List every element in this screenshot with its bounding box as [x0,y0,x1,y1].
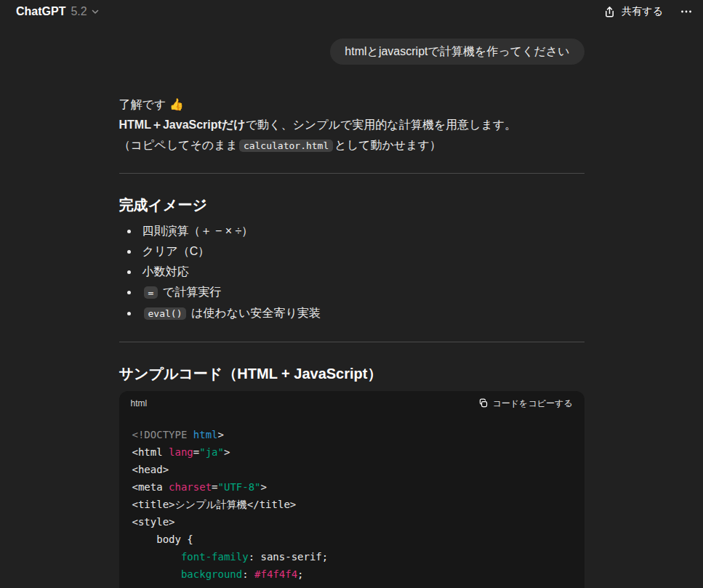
list-item-text: クリア（C） [142,245,210,257]
app-title: ChatGPT [16,5,65,18]
code-line: <style> [132,513,571,531]
code-line: <head> [132,461,571,478]
feature-list: 四則演算（＋ − × ÷）クリア（C）小数対応= で計算実行eval() は使わ… [119,221,585,324]
list-item: クリア（C） [142,241,585,262]
divider [119,173,585,174]
copy-icon [478,398,489,408]
list-item: = で計算実行 [142,282,585,303]
code-content: <!DOCTYPE html><html lang="ja"><head><me… [119,416,585,588]
model-switcher[interactable]: ChatGPT 5.2 [16,5,100,18]
list-item-text: は使わない安全寄り実装 [188,307,320,319]
assistant-greeting: 了解です 👍 [119,94,585,115]
user-message-row: htmlとjavascriptで計算機を作ってください [119,39,585,65]
share-button[interactable]: 共有する [603,5,663,18]
top-bar-actions: 共有する [603,5,692,18]
assistant-intro: HTML＋JavaScriptだけで動く、シンプルで実用的な計算機を用意します。 [119,115,585,135]
divider [119,342,585,342]
assistant-message: 了解です 👍 HTML＋JavaScriptだけで動く、シンプルで実用的な計算機… [119,94,585,588]
user-message-bubble: htmlとjavascriptで計算機を作ってください [330,39,584,65]
more-options-icon [680,6,692,17]
code-line: <html lang="ja"> [132,443,571,461]
code-language-label: html [131,398,148,408]
code-line: <title>シンプル計算機</title> [132,496,571,513]
more-options-button[interactable] [680,6,692,17]
intro-bold-text: HTML＋JavaScriptだけ [119,118,246,131]
share-button-label: 共有する [622,5,663,18]
intro-rest-text: で動く、シンプルで実用的な計算機を用意します。 [246,118,517,131]
list-item-text: で計算実行 [159,286,221,298]
code-line: <meta charset="UTF-8"> [132,478,571,496]
code-line: <!DOCTYPE html> [132,426,571,443]
paren-pre-text: （コピペしてそのまま [119,139,238,151]
list-item-text: 四則演算（＋ − × ÷） [142,225,254,237]
features-heading: 完成イメージ [119,195,585,215]
copy-code-button[interactable]: コードをコピーする [478,398,573,408]
list-item-text: 小数対応 [142,265,189,278]
inline-code: calculator.html [239,140,333,152]
assistant-paren-note: （コピペしてそのままcalculator.htmlとして動かせます） [119,135,585,156]
code-block: html コードをコピーする <!DOCTYPE html><html lang… [119,391,585,588]
paren-post-text: として動かせます） [334,139,441,151]
conversation-column: htmlとjavascriptで計算機を作ってください 了解です 👍 HTML＋… [119,39,585,588]
list-item: 四則演算（＋ − × ÷） [142,221,585,241]
code-block-header: html コードをコピーする [119,391,585,416]
code-line: font-family: sans-serif; [132,548,571,565]
top-bar: ChatGPT 5.2 共有する [0,0,703,22]
list-item: eval() は使わない安全寄り実装 [142,303,585,324]
inline-code: eval() [144,307,187,320]
code-line: background: #f4f4f4; [132,565,571,583]
code-line: body { [132,531,571,548]
chevron-down-icon [91,7,100,16]
share-icon [603,6,616,18]
model-version: 5.2 [71,5,87,18]
list-item: 小数対応 [142,262,585,282]
sample-code-heading: サンプルコード（HTML + JavaScript） [119,363,585,384]
inline-code: = [144,286,158,299]
copy-button-label: コードをコピーする [493,398,573,408]
